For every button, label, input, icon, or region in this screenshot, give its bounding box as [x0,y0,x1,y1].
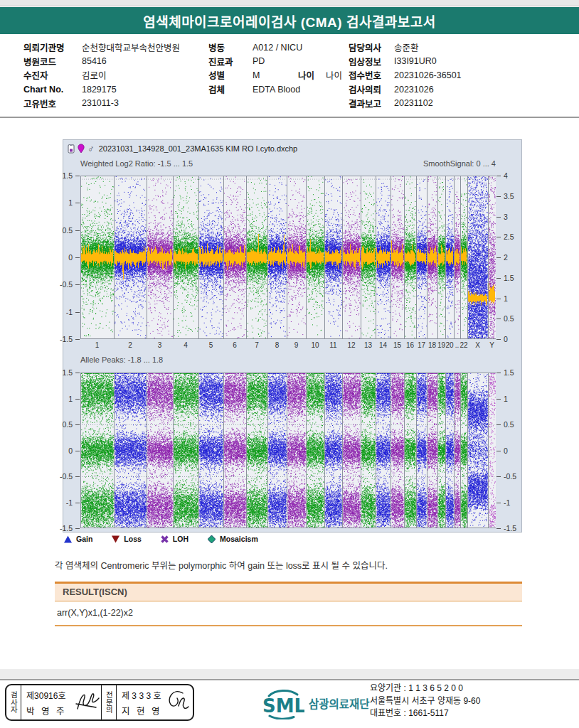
examiner-signature [74,689,101,714]
axis-tick [496,373,501,373]
info-row: 병원코드85416 [23,55,180,69]
triangle-down-icon [112,535,119,543]
axis-tick-label: -1.5 [504,524,516,532]
field-label: 의뢰기관명 [23,41,82,54]
cma-report-page: 염색체마이크로어레이검사 (CMA) 검사결과보고서 의뢰기관명순천향대학교부속… [0,0,579,728]
axis-tick-label: 1.5 [62,171,73,180]
field-label: 결과보고 [349,97,394,110]
field-label: 접수번호 [349,68,394,82]
axis-tick [75,284,80,285]
sml-logo-text: SML [262,695,304,717]
result-iscn-value: arr(X,Y)x1,(1-22)x2 [55,601,522,626]
info-row: 고유번호231011-3 [23,96,180,110]
axis-tick [75,424,80,425]
axis-tick [496,424,501,425]
field-value: PD [253,56,265,66]
top-separator [0,0,579,6]
field-value: 순천향대학교부속천안병원 [82,41,180,54]
axis-tick-label: 1.5 [504,274,514,282]
chromosome-label: 15 [393,341,401,349]
examiner-role-label: 검사자 [6,685,21,719]
field-label: 검사의뢰 [349,82,394,96]
plot-title-bar: ♂ 20231031_134928_001_23MA1635 KIM RO I.… [68,142,297,155]
axis-tick [496,299,501,299]
chromosome-label: 3 [158,341,162,349]
axis-tick [75,373,80,373]
axis-tick-label: 1 [68,395,73,403]
age-value: 나이 [326,68,342,82]
cma-plot-block: ♂ 20231031_134928_001_23MA1635 KIM RO I.… [63,139,522,532]
axis-tick-label: 0.5 [504,314,514,323]
axis-tick [496,196,501,197]
allele-peaks-panel: 1.510.50-0.5-1-1.51.510.50-0.5-1-1.5 [80,373,496,528]
axis-tick [75,176,80,176]
specialist-role-label: 전문의 [101,685,117,719]
legend-item-loh: LOH [161,535,188,543]
legend-label: Gain [76,535,92,543]
axis-tick [75,476,80,477]
chromosome-label: 5 [209,341,213,349]
plot-legend: GainLossLOHMosaicism [64,535,277,543]
specialist-cell: 제 3 3 3 호 지 현 영 [117,685,193,719]
chromosome-label: 10 [311,341,319,349]
axis-tick [75,451,80,451]
axis-tick-label: 0 [504,446,508,455]
field-label: 병동 [208,41,253,54]
field-label: 검체 [208,82,253,96]
axis-tick [496,237,501,237]
field-label: 수진자 [23,68,82,82]
info-row: 병동A012 / NICU [208,41,342,55]
field-label: 담당의사 [349,41,394,54]
axis-tick-label: 0 [504,335,508,343]
log2-ratio-canvas [80,176,496,339]
field-value: I33I91UR0 [394,56,437,66]
smoothsignal-label: SmoothSignal: 0 ... 4 [423,159,496,168]
chromosome-label: 14 [379,341,387,349]
axis-tick-label: 2.5 [504,232,514,241]
axis-tick-label: 1 [504,294,508,303]
lab-org-name: 삼광의료재단 [309,695,370,711]
patient-info-col1: 의뢰기관명순천향대학교부속천안병원 병원코드85416 수진자김로이 Chart… [23,41,180,110]
sml-logo-icon: SML [260,687,304,719]
field-value: 85416 [82,56,107,66]
axis-tick-label: 1.5 [504,368,514,377]
chromosome-label: 9 [294,341,299,349]
axis-tick [75,203,80,203]
axis-tick [75,230,80,231]
field-value: EDTA Blood [253,85,300,95]
legend-item-gain: Gain [64,535,92,543]
axis-tick [496,217,501,218]
axis-tick-label: 4 [504,171,508,180]
legend-label: LOH [173,535,188,543]
info-row: 임상정보I33I91UR0 [349,55,462,69]
field-value: 김로이 [82,68,107,82]
legend-item-loss: Loss [112,535,142,543]
footer-separator [0,669,579,680]
info-row: 접수번호20231026-36501 [349,68,462,82]
info-row-sex: 성별 M 나이 나이 [208,68,342,82]
axis-tick [496,257,501,258]
axis-tick [496,476,501,477]
legend-item-mosaicism: Mosaicism [208,535,258,543]
axis-tick-label: 3 [504,213,508,221]
axis-tick [496,176,501,176]
field-label: Chart No. [23,85,82,95]
info-row: 수진자김로이 [23,68,180,82]
info-row: 결과보고20231102 [349,96,462,110]
pin-icon [78,144,85,154]
axis-tick-label: 0.5 [62,420,73,429]
field-label: 진료과 [208,55,253,68]
chromosome-label: .. [455,341,460,349]
field-value: 20231026 [394,85,434,95]
x-icon [161,535,169,543]
plot-file-name: 20231031_134928_001_23MA1635 KIM RO I.cy… [99,144,297,153]
axis-tick-label: -0.5 [60,280,73,289]
chromosome-label: 1 [95,341,100,349]
chromosome-label: 13 [364,341,372,349]
chromosome-label: 4 [184,341,188,349]
axis-tick-label: -0.5 [60,472,73,481]
specimen-icon [68,144,75,154]
field-value: 20231026-36501 [394,70,462,80]
examiner-cell: 제30916호 박 영 주 [21,685,101,719]
axis-tick-label: 1.5 [62,368,73,377]
